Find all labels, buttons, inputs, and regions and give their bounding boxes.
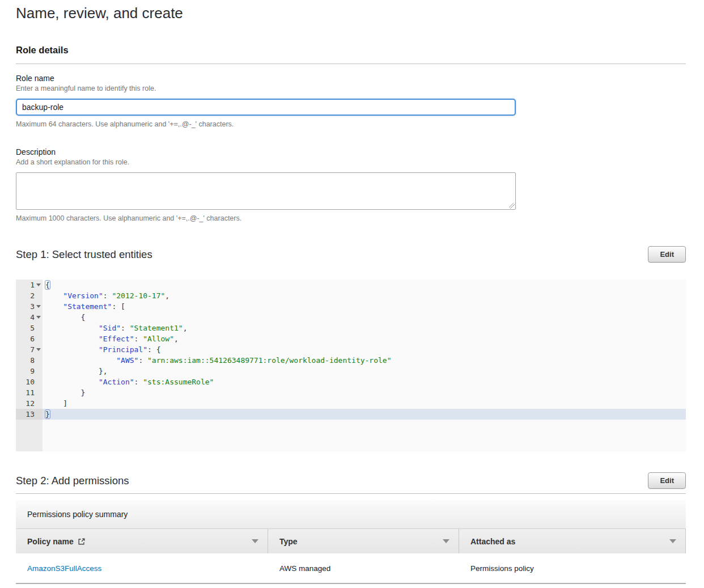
- step1-edit-button[interactable]: Edit: [648, 246, 686, 263]
- description-label: Description: [16, 147, 686, 156]
- description-input[interactable]: [16, 172, 516, 210]
- role-name-help: Enter a meaningful name to identify this…: [16, 84, 686, 92]
- line-number: 13: [26, 409, 35, 420]
- editor-gutter: 12345678910111213: [16, 280, 43, 451]
- line-number: 1: [30, 280, 35, 290]
- type-filter-icon[interactable]: [443, 539, 449, 543]
- fold-icon[interactable]: [36, 316, 41, 319]
- editor-content[interactable]: { "Version": "2012-10-17", "Statement": …: [43, 280, 686, 451]
- description-field: Description Add a short explanation for …: [16, 147, 686, 222]
- external-link-icon: [78, 538, 86, 545]
- line-number: 2: [30, 290, 35, 301]
- permissions-panel-title: Permissions policy summary: [16, 500, 686, 529]
- role-name-input[interactable]: [16, 99, 516, 116]
- page-title: Name, review, and create: [16, 5, 686, 22]
- name-review-create-page: Name, review, and create Role details Ro…: [0, 0, 704, 584]
- attached-as-filter-icon[interactable]: [669, 539, 676, 543]
- role-name-field: Role name Enter a meaningful name to ide…: [16, 74, 686, 128]
- code-line[interactable]: "Effect": "Allow",: [45, 333, 686, 344]
- line-number: 11: [26, 387, 35, 398]
- description-help: Add a short explanation for this role.: [16, 158, 686, 166]
- code-line[interactable]: ]: [45, 398, 686, 409]
- code-line[interactable]: {: [45, 280, 686, 290]
- step2-heading: Step 2: Add permissions: [16, 475, 129, 487]
- code-line[interactable]: "AWS": "arn:aws:iam::541263489771:role/w…: [45, 355, 686, 366]
- code-line[interactable]: "Statement": [: [45, 301, 686, 312]
- step2-edit-button[interactable]: Edit: [648, 472, 686, 489]
- column-header-policy-name[interactable]: Policy name: [16, 529, 268, 553]
- line-number: 7: [30, 344, 35, 355]
- code-line[interactable]: "Sid": "Statement1",: [45, 323, 686, 333]
- code-line[interactable]: }: [45, 387, 686, 398]
- permissions-table-header: Policy name Type Attached as: [16, 529, 686, 553]
- description-constraint: Maximum 1000 characters. Use alphanumeri…: [16, 214, 686, 222]
- role-details-divider: [16, 64, 686, 64]
- attached-as-cell: Permissions policy: [459, 564, 686, 573]
- table-row: AmazonS3FullAccess AWS managed Permissio…: [16, 553, 686, 584]
- step2-header-row: Step 2: Add permissions Edit: [16, 472, 686, 489]
- line-number: 3: [30, 301, 35, 312]
- policy-name-link[interactable]: AmazonS3FullAccess: [27, 564, 101, 573]
- permissions-panel: Permissions policy summary Policy name T…: [16, 500, 686, 584]
- code-line[interactable]: "Version": "2012-10-17",: [45, 290, 686, 301]
- fold-icon[interactable]: [36, 305, 41, 308]
- column-header-type[interactable]: Type: [268, 529, 459, 553]
- line-number: 8: [30, 355, 35, 366]
- role-name-constraint: Maximum 64 characters. Use alphanumeric …: [16, 120, 686, 128]
- line-number: 5: [30, 323, 35, 333]
- code-line[interactable]: "Principal": {: [45, 344, 686, 355]
- line-number: 12: [26, 398, 35, 409]
- line-number: 9: [30, 366, 35, 377]
- code-line[interactable]: }: [43, 409, 686, 420]
- line-number: 10: [26, 377, 35, 387]
- fold-icon[interactable]: [36, 284, 41, 286]
- code-line[interactable]: },: [45, 366, 686, 377]
- line-number: 6: [30, 333, 35, 344]
- column-header-attached-as[interactable]: Attached as: [459, 529, 686, 553]
- fold-icon[interactable]: [36, 348, 41, 351]
- line-number: 4: [30, 312, 35, 323]
- code-line[interactable]: {: [45, 312, 686, 323]
- resize-handle[interactable]: [509, 203, 515, 209]
- role-name-label: Role name: [16, 74, 686, 83]
- step2-divider: [16, 493, 686, 494]
- step1-heading: Step 1: Select trusted entities: [16, 248, 152, 261]
- policy-type-cell: AWS managed: [268, 564, 459, 573]
- role-details-heading: Role details: [16, 45, 686, 56]
- policy-name-filter-icon[interactable]: [252, 539, 258, 543]
- step1-header-row: Step 1: Select trusted entities Edit: [16, 246, 686, 263]
- trust-policy-editor[interactable]: 12345678910111213 { "Version": "2012-10-…: [16, 280, 686, 451]
- code-line[interactable]: "Action": "sts:AssumeRole": [45, 377, 686, 387]
